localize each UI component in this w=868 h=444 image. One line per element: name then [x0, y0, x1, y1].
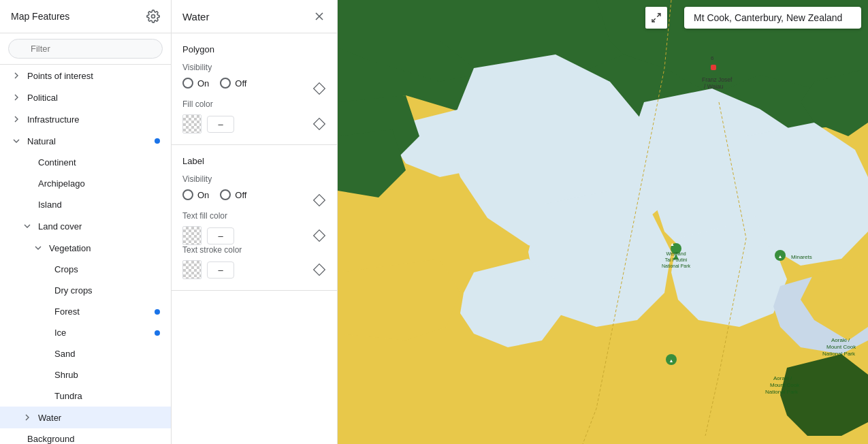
polygon-off-radio[interactable]: [220, 78, 231, 89]
label-text-stroke-swatch[interactable]: [182, 260, 202, 279]
label-on-radio[interactable]: [182, 189, 193, 200]
label-text-stroke-label: Text stroke color: [182, 245, 326, 255]
polygon-color-row: –: [182, 114, 234, 133]
svg-text:Aoraki /: Aoraki /: [831, 337, 850, 343]
modified-dot: [155, 138, 160, 144]
svg-text:National Park: National Park: [765, 389, 799, 395]
sidebar-item-label: Dry crops: [54, 285, 160, 296]
chevron-right-icon: [11, 114, 22, 125]
fullscreen-button[interactable]: [645, 7, 667, 29]
polygon-color-value[interactable]: –: [207, 116, 234, 133]
label-text-fill-color-row: –: [182, 226, 234, 245]
polygon-off-option[interactable]: Off: [220, 78, 246, 89]
label-text-stroke-row: –: [182, 260, 326, 279]
sidebar-item-label: Shrub: [54, 370, 160, 380]
polygon-color-swatch[interactable]: [182, 114, 202, 133]
sidebar-item-sand[interactable]: Sand: [0, 343, 171, 364]
label-section: Label Visibility On Off Text fill color: [172, 145, 337, 291]
sidebar-item-label: Infrastructure: [27, 114, 160, 125]
sidebar-item-points-of-interest[interactable]: Points of interest: [0, 65, 171, 86]
modified-dot: [155, 309, 160, 315]
polygon-visibility-diamond[interactable]: [312, 82, 326, 95]
sidebar-item-dry-crops[interactable]: Dry crops: [0, 280, 171, 301]
sidebar-item-label: Tundra: [54, 391, 160, 401]
polygon-section-title: Polygon: [182, 44, 326, 54]
sidebar-item-label: Continent: [38, 157, 160, 168]
map-svg: 6 Franz Josef / Waiau ▲ Westland Tai Pou…: [338, 0, 868, 444]
sidebar-item-background[interactable]: Background: [0, 428, 171, 444]
sidebar-item-label: Political: [27, 93, 160, 103]
label-text-stroke-color-row: –: [182, 260, 234, 279]
label-text-fill-diamond[interactable]: [312, 229, 326, 242]
middle-panel: Water Polygon Visibility On Off Fil: [172, 0, 338, 444]
svg-text:▲: ▲: [669, 358, 674, 363]
sidebar-item-vegetation[interactable]: Vegetation: [0, 237, 171, 259]
sidebar-item-label: Land cover: [38, 221, 160, 232]
sidebar-item-label: Forest: [54, 306, 155, 317]
svg-text:Tai Poutini: Tai Poutini: [665, 257, 688, 262]
chevron-right-icon: [11, 70, 22, 81]
sidebar-item-label: Background: [27, 434, 160, 444]
svg-text:▲: ▲: [778, 254, 783, 259]
sidebar-item-label: Crops: [54, 264, 160, 274]
sidebar-item-label: Points of interest: [27, 71, 160, 81]
sidebar-item-natural[interactable]: Natural: [0, 130, 171, 152]
chevron-right-icon: [22, 412, 33, 423]
svg-text:▲: ▲: [670, 242, 675, 247]
sidebar-item-label: Natural: [27, 136, 155, 146]
filter-wrap: [8, 39, 163, 59]
sidebar-item-continent[interactable]: Continent: [0, 152, 171, 173]
label-text-fill-value[interactable]: –: [207, 227, 234, 244]
nav-list: Points of interestPoliticalInfrastructur…: [0, 65, 171, 444]
svg-text:Westland: Westland: [666, 251, 686, 256]
sidebar-item-infrastructure[interactable]: Infrastructure: [0, 108, 171, 130]
svg-text:Aoraki /: Aoraki /: [773, 375, 792, 381]
gear-icon[interactable]: [146, 10, 160, 23]
panel-title: Map Features: [11, 11, 69, 22]
label-text-stroke-diamond[interactable]: [312, 263, 326, 276]
label-off-option[interactable]: Off: [220, 189, 246, 200]
sidebar-item-tundra[interactable]: Tundra: [0, 385, 171, 407]
label-text-stroke-value[interactable]: –: [207, 261, 234, 279]
map-area[interactable]: 6 Franz Josef / Waiau ▲ Westland Tai Pou…: [338, 0, 868, 444]
close-button[interactable]: [312, 10, 326, 23]
label-on-option[interactable]: On: [182, 189, 209, 200]
polygon-on-label: On: [197, 78, 209, 89]
polygon-fill-color-label: Fill color: [182, 99, 326, 109]
sidebar-item-island[interactable]: Island: [0, 194, 171, 215]
svg-text:/ Waiau: / Waiau: [704, 83, 724, 90]
fullscreen-icon: [651, 12, 662, 23]
label-text-fill-swatch[interactable]: [182, 226, 202, 245]
polygon-fill-diamond[interactable]: [312, 117, 326, 131]
label-off-radio[interactable]: [220, 189, 231, 200]
polygon-fill-color-row: –: [182, 114, 326, 133]
svg-line-63: [657, 14, 660, 17]
sidebar-item-archipelago[interactable]: Archipelago: [0, 173, 171, 194]
map-search[interactable]: Mt Cook, Canterbury, New Zealand: [684, 7, 861, 29]
sidebar-item-forest[interactable]: Forest: [0, 301, 171, 322]
sidebar-item-water[interactable]: Water: [0, 407, 171, 428]
sidebar-item-political[interactable]: Political: [0, 86, 171, 108]
sidebar-item-land-cover[interactable]: Land cover: [0, 215, 171, 237]
sidebar-item-ice[interactable]: Ice: [0, 322, 171, 343]
polygon-off-label: Off: [235, 78, 246, 89]
svg-text:National Park: National Park: [822, 351, 856, 357]
polygon-on-radio[interactable]: [182, 78, 193, 89]
label-visibility-label: Visibility: [182, 174, 326, 184]
polygon-on-option[interactable]: On: [182, 78, 209, 89]
mid-header: Water: [172, 0, 337, 33]
map-search-value: Mt Cook, Canterbury, New Zealand: [694, 12, 842, 23]
left-panel: Map Features Points of interestPolitical…: [0, 0, 172, 444]
sidebar-item-crops[interactable]: Crops: [0, 259, 171, 280]
polygon-visibility-label: Visibility: [182, 63, 326, 72]
filter-input[interactable]: [8, 39, 163, 59]
polygon-visibility-row: On Off: [182, 78, 326, 99]
sidebar-item-shrub[interactable]: Shrub: [0, 364, 171, 385]
sidebar-item-label: Island: [38, 200, 160, 210]
filter-bar: [0, 33, 171, 65]
svg-text:Mount Cook: Mount Cook: [826, 344, 856, 350]
label-visibility-diamond[interactable]: [312, 193, 326, 207]
svg-rect-25: [711, 65, 716, 70]
chevron-down-icon: [11, 136, 22, 146]
chevron-right-icon: [11, 92, 22, 103]
